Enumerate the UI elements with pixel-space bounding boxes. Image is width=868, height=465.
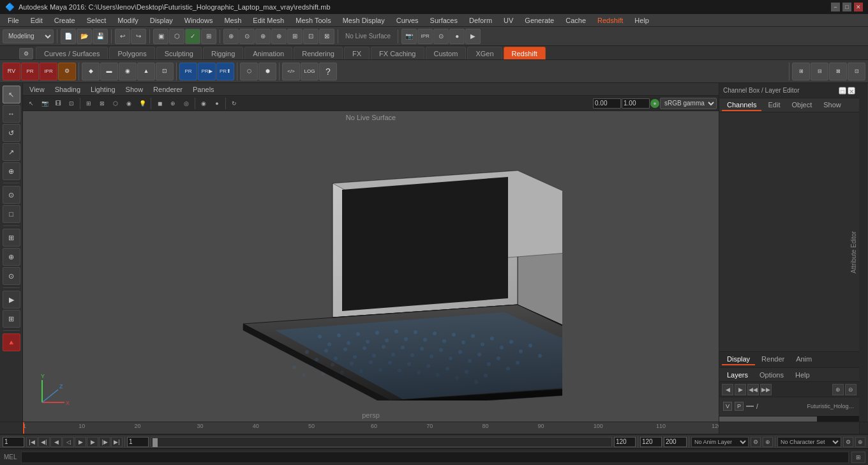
cbs-tab-help[interactable]: Help xyxy=(790,370,815,380)
vpt-wireframe[interactable]: ⊠ xyxy=(96,98,108,109)
layer-visibility[interactable]: V xyxy=(723,402,732,411)
cb-tab-anim[interactable]: Anim xyxy=(791,354,817,365)
render-btn2[interactable]: ⊙ xyxy=(433,29,449,44)
soft-select[interactable]: ⊙ xyxy=(3,186,20,204)
workspace-dropdown[interactable]: Modeling xyxy=(3,29,54,43)
cb-tab-edit[interactable]: Edit xyxy=(763,100,785,111)
rs-layout1-btn[interactable]: ⊞ xyxy=(792,63,810,80)
rs-code-btn[interactable]: </> xyxy=(282,63,300,80)
menu-mesh[interactable]: Mesh xyxy=(219,14,246,27)
vp-menu-view[interactable]: View xyxy=(26,84,49,95)
menu-mesh-display[interactable]: Mesh Display xyxy=(338,14,390,27)
range-end-input[interactable] xyxy=(614,437,636,447)
tab-rigging[interactable]: Rigging xyxy=(203,47,243,59)
pb-next-key[interactable]: |▶ xyxy=(99,437,110,447)
cb-tab-render[interactable]: Render xyxy=(756,354,789,365)
vpt-sel-hl[interactable]: ⊞ xyxy=(82,98,95,109)
pb-play-back[interactable]: ◁ xyxy=(63,437,74,447)
cb-tab-show[interactable]: Show xyxy=(818,100,846,111)
lasso-tool[interactable]: □ xyxy=(3,205,20,223)
tab-rendering[interactable]: Rendering xyxy=(294,47,343,59)
vp-menu-shading[interactable]: Shading xyxy=(51,84,84,95)
vp-menu-renderer[interactable]: Renderer xyxy=(149,84,186,95)
hide-tool[interactable]: ▶ xyxy=(3,291,20,309)
vpt-shadow[interactable]: ◼ xyxy=(153,98,166,109)
vpt-near-clip[interactable] xyxy=(593,98,621,109)
undo-btn[interactable]: ↩ xyxy=(115,29,130,44)
mask-btn[interactable]: ⊞ xyxy=(201,29,216,44)
rs-pr-btn[interactable]: PR xyxy=(21,63,39,80)
cb-scroll-area[interactable] xyxy=(719,112,859,351)
vpt-cam3[interactable]: ⊡ xyxy=(65,98,78,109)
menu-cache[interactable]: Cache xyxy=(560,14,591,27)
anim-layer-settings[interactable]: ⚙ xyxy=(751,437,761,447)
close-button[interactable]: ✕ xyxy=(854,3,863,11)
tab-polygons[interactable]: Polygons xyxy=(109,47,154,59)
snap-grid[interactable]: ⊞ xyxy=(3,229,20,247)
rs-log-btn[interactable]: LOG xyxy=(301,63,318,80)
maximize-button[interactable]: □ xyxy=(842,3,851,11)
vp-menu-lighting[interactable]: Lighting xyxy=(87,84,119,95)
pb-prev-frame[interactable]: ◀ xyxy=(50,437,62,447)
snap-btn2[interactable]: ⊕ xyxy=(255,29,271,44)
rs-ipr-btn[interactable]: IPR xyxy=(40,63,57,80)
vpt-light[interactable]: 💡 xyxy=(136,98,149,109)
vpt-dof[interactable]: ◉ xyxy=(197,98,210,109)
rs-light1-btn[interactable]: PR xyxy=(179,63,197,80)
magnet-btn[interactable]: ⊕ xyxy=(223,29,239,44)
title-bar-controls[interactable]: − □ ✕ xyxy=(831,3,863,11)
open-btn[interactable]: 📂 xyxy=(77,29,92,44)
minimize-button[interactable]: − xyxy=(831,3,840,11)
menu-file[interactable]: File xyxy=(3,14,24,27)
cb-expand-btn[interactable]: □ xyxy=(839,87,846,95)
menu-surfaces[interactable]: Surfaces xyxy=(425,14,463,27)
frame-range-slider[interactable] xyxy=(151,437,612,447)
rs-settings-btn[interactable]: ⚙ xyxy=(58,63,76,80)
vpt-gamma-dropdown[interactable]: sRGB gamma xyxy=(660,98,717,109)
render-tool[interactable]: 🔺 xyxy=(3,333,20,351)
vpt-far-clip[interactable] xyxy=(622,98,650,109)
pb-go-start[interactable]: |◀ xyxy=(26,437,38,447)
menu-windows[interactable]: Windows xyxy=(179,14,218,27)
vpt-cam2[interactable]: 🎞 xyxy=(52,98,64,109)
rs-light3-btn[interactable]: PR⬆ xyxy=(216,63,234,80)
vpt-aa[interactable]: ◎ xyxy=(180,98,193,109)
vpt-mb[interactable]: ● xyxy=(211,98,223,109)
cb-tab-object[interactable]: Object xyxy=(786,100,817,111)
rs-cone-btn[interactable]: ▲ xyxy=(137,63,155,80)
menu-uv[interactable]: UV xyxy=(498,14,518,27)
rs-layout3-btn[interactable]: ⊠ xyxy=(829,63,847,80)
cbs-tab-layers[interactable]: Layers xyxy=(722,370,753,380)
snap-point[interactable]: ⊕ xyxy=(3,248,20,266)
char-set-settings[interactable]: ⚙ xyxy=(843,437,853,447)
display-tool[interactable]: ⊞ xyxy=(3,310,20,328)
tab-custom[interactable]: Custom xyxy=(426,47,467,59)
snap-btn1[interactable]: ⊙ xyxy=(239,29,255,44)
module-collapse-btn[interactable]: ⚙ xyxy=(19,48,33,59)
snap-surface[interactable]: ⊙ xyxy=(3,267,20,285)
rs-layout4-btn[interactable]: ⊡ xyxy=(848,63,865,80)
layer-del-btn[interactable]: ⊖ xyxy=(845,384,857,395)
select-btn[interactable]: ▣ xyxy=(153,29,168,44)
layer-item[interactable]: V P / Futuristic_Holographic_L xyxy=(722,400,857,413)
snap-btn6[interactable]: ⊠ xyxy=(319,29,334,44)
vp-menu-show[interactable]: Show xyxy=(122,84,147,95)
vpt-select[interactable]: ↖ xyxy=(25,98,38,109)
render-btn4[interactable]: ▶ xyxy=(465,29,481,44)
camera-btn[interactable]: 📷 xyxy=(401,29,417,44)
save-btn[interactable]: 💾 xyxy=(93,29,108,44)
cb-tab-channels[interactable]: Channels xyxy=(722,100,761,111)
tab-fx[interactable]: FX xyxy=(344,47,370,59)
range-start-input[interactable] xyxy=(127,437,149,447)
fps-input[interactable] xyxy=(664,437,687,447)
vpt-shaded[interactable]: ⬡ xyxy=(109,98,122,109)
tab-sculpting[interactable]: Sculpting xyxy=(156,47,202,59)
layer-prev-btn[interactable]: ◀ xyxy=(722,384,733,395)
universal-tool[interactable]: ⊕ xyxy=(3,162,20,180)
scale-tool[interactable]: ↗ xyxy=(3,143,20,161)
script-input[interactable] xyxy=(21,452,849,463)
rs-help-btn[interactable]: ? xyxy=(319,63,337,80)
snap-btn3[interactable]: ⊕ xyxy=(271,29,287,44)
pb-next-frame[interactable]: ▶ xyxy=(87,437,98,447)
render-btn3[interactable]: ● xyxy=(449,29,465,44)
